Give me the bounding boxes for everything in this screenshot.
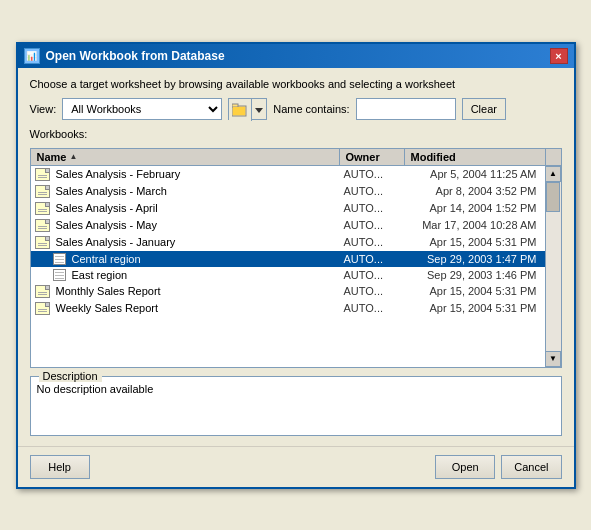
title-bar-left: 📊 Open Workbook from Database	[24, 48, 225, 64]
cell-name: Monthly Sales Report	[31, 284, 340, 299]
svg-marker-3	[255, 108, 263, 113]
file-list-with-scroll: Sales Analysis - February AUTO... Apr 5,…	[31, 166, 561, 367]
cell-name: Central region	[31, 252, 340, 266]
cell-owner: AUTO...	[340, 184, 405, 198]
close-button[interactable]: ×	[550, 48, 568, 64]
table-row[interactable]: Sales Analysis - March AUTO... Apr 8, 20…	[31, 183, 545, 200]
cell-modified: Apr 8, 2004 3:52 PM	[405, 184, 545, 198]
cell-modified: Apr 14, 2004 1:52 PM	[405, 201, 545, 215]
workbook-icon	[35, 285, 50, 298]
file-list-body[interactable]: Sales Analysis - February AUTO... Apr 5,…	[31, 166, 545, 367]
sort-arrow-icon: ▲	[69, 152, 77, 161]
table-row[interactable]: Weekly Sales Report AUTO... Apr 15, 2004…	[31, 300, 545, 317]
cell-modified: Sep 29, 2003 1:47 PM	[405, 252, 545, 266]
cell-name: Sales Analysis - March	[31, 184, 340, 199]
cell-owner: AUTO...	[340, 284, 405, 298]
table-row[interactable]: Sales Analysis - April AUTO... Apr 14, 2…	[31, 200, 545, 217]
workbook-icon	[35, 168, 50, 181]
help-button[interactable]: Help	[30, 455, 90, 479]
scroll-track	[546, 182, 561, 351]
view-row: View: All Workbooks Name contains:	[30, 98, 562, 120]
table-row[interactable]: Sales Analysis - February AUTO... Apr 5,…	[31, 166, 545, 183]
workbook-icon	[35, 302, 50, 315]
file-list-container: Name ▲ Owner Modified Sales Analysis - F…	[30, 148, 562, 368]
workbook-icon	[35, 185, 50, 198]
description-legend: Description	[39, 370, 102, 382]
browse-icon-button[interactable]	[229, 99, 252, 121]
scroll-up-button[interactable]: ▲	[545, 166, 561, 182]
name-contains-input[interactable]	[356, 98, 456, 120]
cell-owner: AUTO...	[340, 252, 405, 266]
view-label: View:	[30, 103, 57, 115]
open-button[interactable]: Open	[435, 455, 495, 479]
open-workbook-dialog: 📊 Open Workbook from Database × Choose a…	[16, 42, 576, 489]
description-box: Description No description available	[30, 376, 562, 436]
view-select[interactable]: All Workbooks	[62, 98, 222, 120]
col-owner-header[interactable]: Owner	[340, 149, 405, 165]
cell-name: East region	[31, 268, 340, 282]
name-contains-label: Name contains:	[273, 103, 349, 115]
cell-name: Sales Analysis - February	[31, 167, 340, 182]
dialog-icon: 📊	[24, 48, 40, 64]
worksheet-icon	[53, 253, 66, 265]
cell-name: Sales Analysis - April	[31, 201, 340, 216]
cell-owner: AUTO...	[340, 301, 405, 315]
instruction-text: Choose a target worksheet by browsing av…	[30, 78, 562, 90]
dialog-body: Choose a target worksheet by browsing av…	[18, 68, 574, 446]
vertical-scrollbar[interactable]: ▲ ▼	[545, 166, 561, 367]
workbook-icon	[35, 202, 50, 215]
table-row[interactable]: Sales Analysis - January AUTO... Apr 15,…	[31, 234, 545, 251]
cell-owner: AUTO...	[340, 268, 405, 282]
browse-dropdown-arrow[interactable]	[252, 99, 266, 121]
cell-modified: Sep 29, 2003 1:46 PM	[405, 268, 545, 282]
workbook-icon	[35, 219, 50, 232]
cell-modified: Mar 17, 2004 10:28 AM	[405, 218, 545, 232]
scroll-down-button[interactable]: ▼	[545, 351, 561, 367]
cell-modified: Apr 15, 2004 5:31 PM	[405, 301, 545, 315]
workbooks-label: Workbooks:	[30, 128, 562, 140]
svg-rect-2	[233, 107, 245, 115]
col-modified-header[interactable]: Modified	[405, 149, 545, 165]
cell-modified: Apr 15, 2004 5:31 PM	[405, 235, 545, 249]
cancel-button[interactable]: Cancel	[501, 455, 561, 479]
cell-name: Sales Analysis - May	[31, 218, 340, 233]
cell-owner: AUTO...	[340, 235, 405, 249]
cell-name: Sales Analysis - January	[31, 235, 340, 250]
table-row[interactable]: Sales Analysis - May AUTO... Mar 17, 200…	[31, 217, 545, 234]
cell-modified: Apr 5, 2004 11:25 AM	[405, 167, 545, 181]
clear-button[interactable]: Clear	[462, 98, 506, 120]
table-row[interactable]: Central region AUTO... Sep 29, 2003 1:47…	[31, 251, 545, 267]
file-list-header: Name ▲ Owner Modified	[31, 149, 561, 166]
workbook-icon	[35, 236, 50, 249]
dialog-title: Open Workbook from Database	[46, 49, 225, 63]
title-bar: 📊 Open Workbook from Database ×	[18, 44, 574, 68]
cell-modified: Apr 15, 2004 5:31 PM	[405, 284, 545, 298]
cell-owner: AUTO...	[340, 201, 405, 215]
description-text: No description available	[37, 383, 154, 395]
col-name-header[interactable]: Name ▲	[31, 149, 340, 165]
table-row[interactable]: Monthly Sales Report AUTO... Apr 15, 200…	[31, 283, 545, 300]
scroll-thumb[interactable]	[546, 182, 560, 212]
table-row[interactable]: East region AUTO... Sep 29, 2003 1:46 PM	[31, 267, 545, 283]
cell-owner: AUTO...	[340, 167, 405, 181]
worksheet-icon	[53, 269, 66, 281]
cell-name: Weekly Sales Report	[31, 301, 340, 316]
bottom-buttons: Help Open Cancel	[18, 446, 574, 487]
svg-rect-1	[232, 104, 238, 107]
cell-owner: AUTO...	[340, 218, 405, 232]
